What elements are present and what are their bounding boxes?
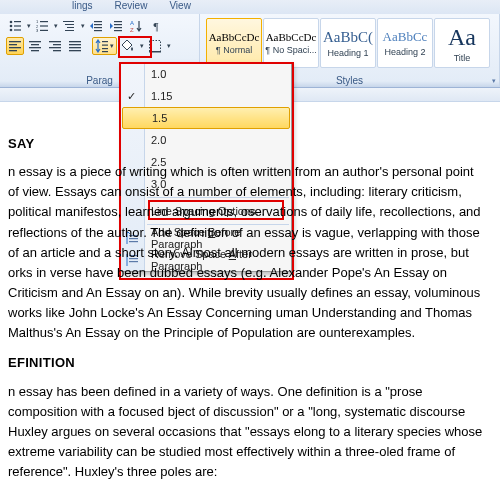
svg-rect-31 (31, 44, 39, 45)
justify-button[interactable] (66, 37, 84, 55)
tab-review[interactable]: Review (113, 0, 150, 11)
svg-rect-38 (69, 41, 81, 42)
svg-rect-18 (94, 27, 102, 28)
svg-rect-34 (49, 41, 61, 42)
svg-rect-27 (9, 44, 17, 45)
style-name: ¶ No Spaci... (265, 45, 316, 55)
svg-rect-20 (114, 21, 122, 22)
align-left-button[interactable] (6, 37, 24, 55)
style-name: Heading 2 (384, 47, 425, 57)
svg-rect-16 (94, 21, 102, 22)
multilevel-caret-icon[interactable]: ▾ (81, 22, 85, 30)
svg-rect-22 (114, 27, 122, 28)
svg-rect-35 (53, 44, 61, 45)
check-icon: ✓ (127, 90, 136, 103)
svg-rect-33 (31, 50, 39, 51)
numbering-button[interactable]: 123 (33, 17, 51, 35)
style-preview: Aa (448, 24, 476, 51)
show-marks-button[interactable]: ¶ (147, 17, 165, 35)
svg-rect-42 (102, 41, 108, 42)
increase-indent-button[interactable] (107, 17, 125, 35)
bullets-caret-icon[interactable]: ▾ (27, 22, 31, 30)
tab-mailings[interactable]: lings (70, 0, 95, 11)
svg-rect-28 (9, 47, 21, 48)
style-preview: AaBbC( (323, 29, 373, 46)
svg-rect-21 (114, 24, 122, 25)
style-preview: AaBbCcDc (209, 31, 260, 43)
svg-rect-47 (149, 51, 161, 53)
svg-rect-37 (53, 50, 61, 51)
svg-text:3: 3 (36, 28, 39, 33)
style-name: ¶ Normal (216, 45, 252, 55)
svg-rect-30 (29, 41, 41, 42)
svg-rect-41 (69, 50, 81, 51)
shading-caret-icon[interactable]: ▾ (140, 42, 144, 50)
svg-point-0 (10, 21, 13, 24)
svg-rect-45 (102, 51, 108, 52)
svg-rect-23 (114, 30, 122, 31)
paragraph-1: n essay is a piece of writing which is o… (8, 162, 484, 343)
svg-rect-26 (9, 41, 21, 42)
svg-rect-11 (40, 30, 48, 31)
multilevel-list-button[interactable] (60, 17, 78, 35)
bullets-button[interactable] (6, 17, 24, 35)
align-center-button[interactable] (26, 37, 44, 55)
svg-rect-44 (102, 48, 108, 49)
svg-rect-13 (65, 24, 74, 25)
style-tile-4[interactable]: AaTitle (434, 18, 490, 68)
menu-spacing-label: 1.0 (151, 68, 166, 80)
svg-rect-1 (14, 21, 21, 22)
paragraph-2: n essay has been defined in a variety of… (8, 382, 484, 483)
svg-text:Z: Z (130, 27, 134, 33)
svg-rect-19 (94, 30, 102, 31)
styles-gallery[interactable]: AaBbCcDc¶ NormalAaBbCcDc¶ No Spaci...AaB… (202, 16, 497, 68)
borders-button[interactable] (146, 37, 164, 55)
shading-button[interactable] (119, 37, 137, 55)
svg-rect-12 (63, 21, 74, 22)
svg-rect-40 (69, 47, 81, 48)
style-preview: AaBbCc (383, 29, 428, 45)
svg-rect-17 (94, 24, 102, 25)
svg-rect-7 (40, 21, 48, 22)
borders-caret-icon[interactable]: ▾ (167, 42, 171, 50)
document-body: SAY n essay is a piece of writing which … (0, 104, 500, 492)
line-spacing-button[interactable]: ▾ (92, 37, 117, 55)
line-spacing-caret-icon: ▾ (110, 42, 114, 50)
style-tile-0[interactable]: AaBbCcDc¶ Normal (206, 18, 262, 68)
menu-spacing-1-0[interactable]: 1.0 (121, 63, 291, 85)
style-tile-1[interactable]: AaBbCcDc¶ No Spaci... (263, 18, 319, 68)
svg-point-2 (10, 25, 13, 28)
sort-button[interactable]: AZ (127, 17, 145, 35)
svg-text:A: A (130, 20, 134, 26)
svg-rect-3 (14, 25, 21, 26)
svg-rect-5 (14, 29, 21, 30)
svg-rect-36 (49, 47, 61, 48)
decrease-indent-button[interactable] (87, 17, 105, 35)
menu-spacing-label: 1.15 (151, 90, 172, 102)
svg-rect-29 (9, 50, 17, 51)
numbering-caret-icon[interactable]: ▾ (54, 22, 58, 30)
svg-rect-39 (69, 44, 81, 45)
style-tile-2[interactable]: AaBbC(Heading 1 (320, 18, 376, 68)
heading-essay: SAY (8, 134, 484, 154)
ribbon-tabs: lings Review View (0, 0, 500, 14)
svg-rect-9 (40, 25, 48, 26)
svg-rect-15 (65, 30, 74, 31)
style-preview: AaBbCcDc (266, 31, 317, 43)
svg-rect-43 (102, 45, 108, 46)
svg-rect-32 (29, 47, 41, 48)
align-right-button[interactable] (46, 37, 64, 55)
svg-rect-46 (150, 41, 161, 52)
heading-definition: EFINITION (8, 353, 484, 373)
svg-point-4 (10, 29, 13, 32)
svg-rect-14 (67, 27, 74, 28)
style-name: Title (454, 53, 471, 63)
tab-view[interactable]: View (167, 0, 193, 11)
style-tile-3[interactable]: AaBbCcHeading 2 (377, 18, 433, 68)
style-name: Heading 1 (327, 48, 368, 58)
